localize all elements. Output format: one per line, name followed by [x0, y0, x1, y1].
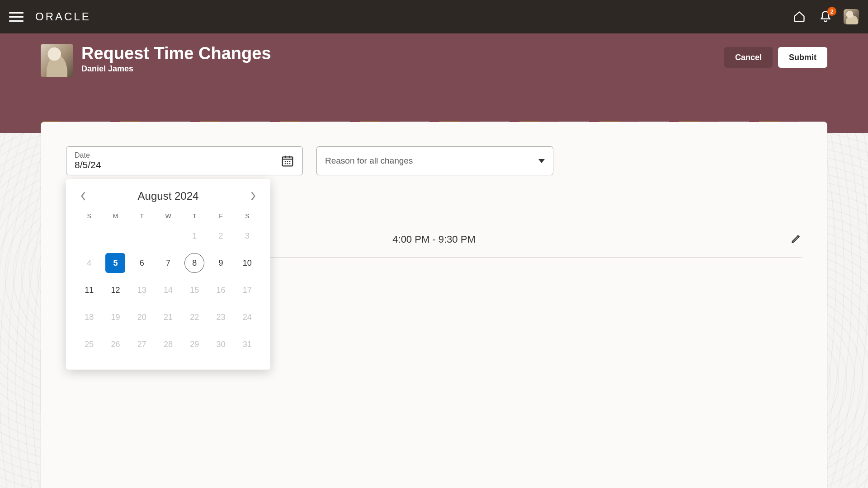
date-field-label: Date: [75, 151, 281, 160]
datepicker-day: 13: [132, 280, 152, 300]
datepicker-cell: 16: [208, 277, 234, 304]
datepicker-dow: W: [155, 208, 181, 222]
date-field-value: 8/5/24: [75, 160, 281, 170]
datepicker-cell: [102, 222, 128, 249]
datepicker-day: 30: [211, 334, 231, 354]
datepicker-cell: 6: [129, 249, 155, 277]
datepicker-day: 16: [211, 280, 231, 300]
datepicker-day: 22: [184, 307, 204, 327]
datepicker-cell: 2: [208, 222, 234, 249]
datepicker-day: 15: [184, 280, 204, 300]
global-topbar: ORACLE 2: [0, 0, 868, 33]
datepicker-cell: 18: [76, 304, 102, 331]
datepicker-cell: 12: [102, 277, 128, 304]
datepicker-day: 26: [105, 334, 125, 354]
datepicker-cell: 5: [102, 249, 128, 277]
datepicker-day: 28: [158, 334, 178, 354]
cancel-button[interactable]: Cancel: [724, 47, 773, 68]
datepicker-cell: 27: [129, 331, 155, 358]
datepicker-cell: 8: [181, 249, 208, 277]
page-subtitle: Daniel James: [81, 64, 271, 74]
datepicker-dow: S: [234, 208, 260, 222]
datepicker-dow: M: [102, 208, 128, 222]
datepicker-cell: 10: [234, 249, 260, 277]
submit-button[interactable]: Submit: [778, 47, 827, 68]
datepicker-day-today[interactable]: 8: [184, 253, 204, 273]
event-time-range: 4:00 PM - 9:30 PM: [392, 234, 475, 245]
datepicker-cell: 14: [155, 277, 181, 304]
datepicker-popup: August 2024 SMTWTFS123456789101112131415…: [66, 179, 270, 370]
prev-month-button[interactable]: [76, 189, 90, 203]
datepicker-day: 21: [158, 307, 178, 327]
datepicker-day[interactable]: 9: [211, 253, 231, 273]
datepicker-day: 25: [79, 334, 99, 354]
datepicker-cell: 31: [234, 331, 260, 358]
brand-logo[interactable]: ORACLE: [35, 10, 91, 23]
datepicker-day: 27: [132, 334, 152, 354]
datepicker-day: 19: [105, 307, 125, 327]
chevron-down-icon: [538, 159, 545, 163]
datepicker-cell: 9: [208, 249, 234, 277]
datepicker-cell: 22: [181, 304, 208, 331]
datepicker-cell: 25: [76, 331, 102, 358]
date-field[interactable]: Date 8/5/24: [66, 146, 303, 175]
datepicker-day[interactable]: 6: [132, 253, 152, 273]
page-header: Request Time Changes Daniel James Cancel…: [0, 33, 868, 133]
datepicker-dow: S: [76, 208, 102, 222]
datepicker-cell: 24: [234, 304, 260, 331]
datepicker-cell: 3: [234, 222, 260, 249]
datepicker-cell: 29: [181, 331, 208, 358]
main-content-card: Date 8/5/24 Reason for all changes 4:00 …: [41, 122, 827, 488]
datepicker-cell: 21: [155, 304, 181, 331]
datepicker-cell: 11: [76, 277, 102, 304]
datepicker-cell: 20: [129, 304, 155, 331]
page-title: Request Time Changes: [81, 44, 271, 63]
datepicker-cell: 4: [76, 249, 102, 277]
reason-placeholder: Reason for all changes: [325, 156, 538, 166]
datepicker-cell: 17: [234, 277, 260, 304]
notifications-icon[interactable]: 2: [817, 9, 834, 25]
datepicker-cell: [129, 222, 155, 249]
datepicker-day: 3: [237, 226, 257, 246]
notification-badge: 2: [827, 7, 836, 16]
datepicker-cell: 13: [129, 277, 155, 304]
datepicker-dow: T: [181, 208, 208, 222]
hamburger-menu-button[interactable]: [9, 9, 24, 24]
datepicker-dow: F: [208, 208, 234, 222]
datepicker-day: 20: [132, 307, 152, 327]
next-month-button[interactable]: [246, 189, 260, 203]
datepicker-cell: 26: [102, 331, 128, 358]
datepicker-day[interactable]: 11: [79, 280, 99, 300]
datepicker-dow: T: [129, 208, 155, 222]
datepicker-cell: 19: [102, 304, 128, 331]
calendar-icon[interactable]: [281, 154, 294, 168]
edit-event-button[interactable]: [790, 233, 802, 246]
datepicker-day: 2: [211, 226, 231, 246]
datepicker-day-selected[interactable]: 5: [105, 253, 125, 273]
datepicker-cell: 23: [208, 304, 234, 331]
datepicker-day: 29: [184, 334, 204, 354]
subject-avatar: [41, 44, 73, 77]
user-avatar[interactable]: [844, 9, 859, 24]
datepicker-day: 18: [79, 307, 99, 327]
datepicker-cell: [76, 222, 102, 249]
datepicker-day[interactable]: 10: [237, 253, 257, 273]
datepicker-day: 4: [79, 253, 99, 273]
datepicker-day: 31: [237, 334, 257, 354]
datepicker-cell: 28: [155, 331, 181, 358]
datepicker-day: 17: [237, 280, 257, 300]
datepicker-day: 14: [158, 280, 178, 300]
reason-select[interactable]: Reason for all changes: [316, 146, 553, 175]
datepicker-cell: 1: [181, 222, 208, 249]
datepicker-day: 23: [211, 307, 231, 327]
home-icon[interactable]: [791, 9, 807, 25]
datepicker-day: 1: [184, 226, 204, 246]
datepicker-day[interactable]: 7: [158, 253, 178, 273]
datepicker-month-label: August 2024: [138, 190, 199, 202]
datepicker-cell: [155, 222, 181, 249]
datepicker-cell: 15: [181, 277, 208, 304]
datepicker-day[interactable]: 12: [105, 280, 125, 300]
datepicker-day: 24: [237, 307, 257, 327]
datepicker-cell: 30: [208, 331, 234, 358]
datepicker-cell: 7: [155, 249, 181, 277]
